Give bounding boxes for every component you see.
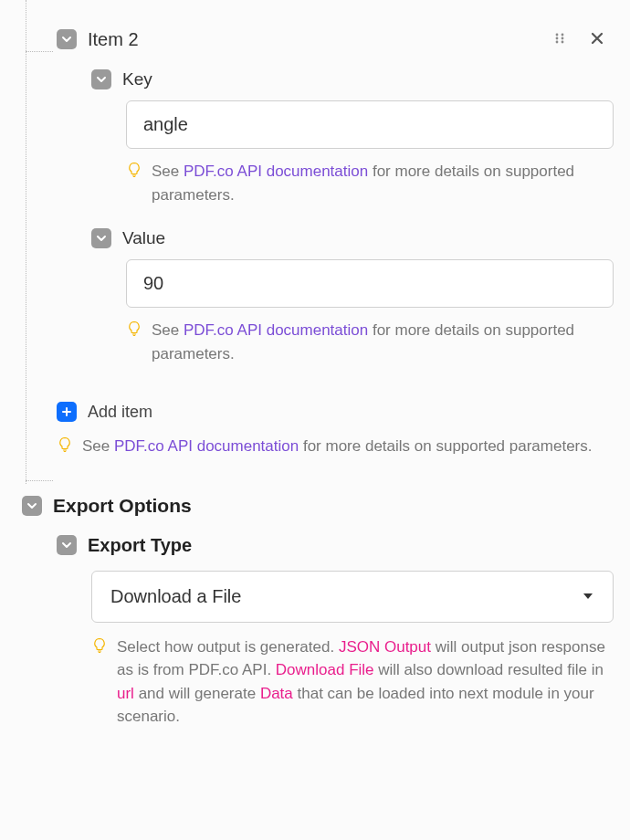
export-options-header: Export Options bbox=[22, 495, 612, 517]
add-item-button[interactable]: Add item bbox=[57, 402, 612, 422]
export-type-value: Download a File bbox=[110, 586, 241, 607]
hint-text: See bbox=[82, 437, 114, 455]
svg-point-4 bbox=[556, 40, 559, 43]
lightbulb-icon bbox=[57, 436, 73, 457]
value-input[interactable] bbox=[126, 259, 614, 308]
svg-point-1 bbox=[562, 33, 564, 36]
lightbulb-icon bbox=[126, 162, 142, 182]
close-icon[interactable] bbox=[583, 27, 612, 51]
add-item-hint: See PDF.co API documentation for more de… bbox=[57, 435, 604, 458]
export-options-title: Export Options bbox=[53, 495, 192, 517]
pdfco-api-doc-link[interactable]: PDF.co API documentation bbox=[184, 321, 368, 339]
hint-text: See bbox=[152, 321, 184, 339]
svg-point-5 bbox=[562, 40, 564, 43]
add-item-label: Add item bbox=[88, 403, 152, 422]
collapse-icon[interactable] bbox=[91, 69, 111, 89]
hint-text: will also download resulted file in bbox=[374, 661, 604, 678]
item-2-header: Item 2 bbox=[57, 27, 612, 51]
plus-icon bbox=[57, 402, 77, 422]
item-title: Item 2 bbox=[88, 29, 537, 50]
collapse-icon[interactable] bbox=[57, 29, 77, 49]
hint-data: Data bbox=[260, 685, 293, 702]
key-field: Key See PDF.co API documentation for mor… bbox=[91, 69, 612, 206]
value-label: Value bbox=[122, 228, 165, 248]
export-type-select[interactable]: Download a File bbox=[91, 571, 614, 623]
key-input[interactable] bbox=[126, 100, 614, 149]
caret-down-icon bbox=[582, 586, 594, 607]
pdfco-api-doc-link[interactable]: PDF.co API documentation bbox=[184, 163, 368, 180]
svg-point-2 bbox=[556, 37, 559, 39]
drag-handle-icon[interactable] bbox=[548, 30, 572, 49]
lightbulb-icon bbox=[126, 320, 142, 341]
lightbulb-icon bbox=[91, 637, 108, 657]
hint-json-output: JSON Output bbox=[339, 638, 431, 656]
value-field: Value See PDF.co API documentation for m… bbox=[91, 228, 612, 365]
hint-text: and will generate bbox=[134, 685, 260, 702]
hint-text: See bbox=[152, 163, 184, 180]
collapse-icon[interactable] bbox=[91, 228, 111, 248]
svg-point-0 bbox=[556, 33, 559, 36]
svg-point-3 bbox=[562, 37, 564, 39]
collapse-icon[interactable] bbox=[22, 496, 42, 516]
hint-url: url bbox=[117, 685, 134, 702]
key-hint: See PDF.co API documentation for more de… bbox=[126, 160, 612, 206]
export-type-field: Export Type Download a File Select how o… bbox=[57, 535, 612, 729]
export-type-label: Export Type bbox=[88, 535, 192, 556]
key-label: Key bbox=[122, 69, 152, 89]
collapse-icon[interactable] bbox=[57, 535, 77, 555]
export-type-hint: Select how output is generated. JSON Out… bbox=[91, 635, 612, 729]
value-hint: See PDF.co API documentation for more de… bbox=[126, 319, 612, 365]
hint-text: Select how output is generated. bbox=[117, 638, 339, 656]
hint-text: for more details on supported parameters… bbox=[299, 437, 592, 455]
pdfco-api-doc-link[interactable]: PDF.co API documentation bbox=[114, 437, 299, 455]
hint-download-file: Download File bbox=[276, 661, 374, 678]
